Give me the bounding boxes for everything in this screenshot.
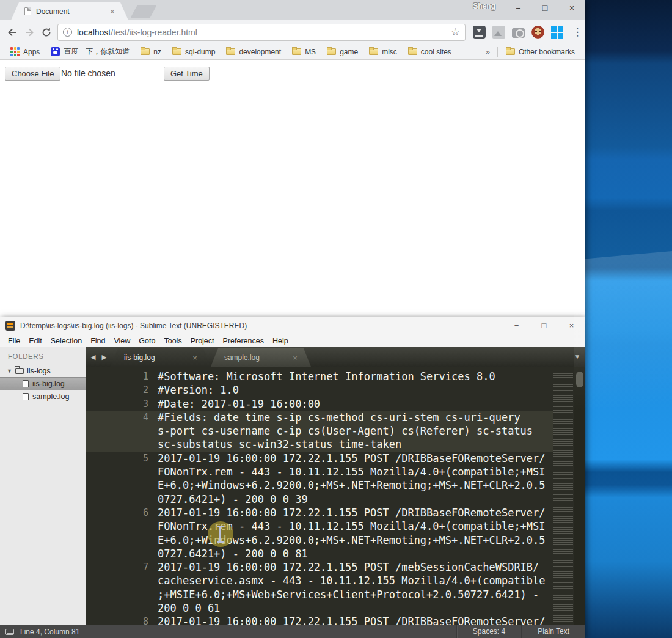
folder-icon: [172, 48, 181, 55]
bookmark-folder[interactable]: cool sites: [403, 48, 457, 56]
code-text: #Version: 1.0: [158, 383, 239, 397]
site-info-icon[interactable]: i: [63, 28, 72, 37]
bookmark-apps[interactable]: Apps: [5, 47, 45, 56]
maximize-button[interactable]: □: [531, 0, 558, 17]
menu-item[interactable]: Project: [186, 337, 219, 345]
line-number: 1: [86, 370, 148, 383]
page-icon: [24, 7, 31, 15]
open-folder-icon: [15, 368, 24, 374]
windows-extension-icon[interactable]: [551, 26, 564, 38]
sidebar-file-list: iis-big.log sample.log: [0, 377, 86, 403]
back-icon[interactable]: [4, 24, 21, 41]
tab-close-icon[interactable]: ×: [110, 7, 115, 16]
menu-item[interactable]: Preferences: [219, 337, 268, 345]
refresh-icon[interactable]: [38, 24, 55, 41]
minimize-button[interactable]: −: [505, 0, 531, 17]
menu-item[interactable]: Tools: [159, 337, 186, 345]
editor-row: FONonTrx.rem - 443 - 10.11.12.155 Mozill…: [86, 519, 553, 533]
line-number: [86, 493, 148, 506]
close-button[interactable]: ×: [558, 0, 585, 17]
menu-item[interactable]: Help: [268, 337, 293, 345]
editor-area[interactable]: 1 #Software: Microsoft Internet Informat…: [86, 367, 585, 625]
code-text: 2017-01-19 16:00:00 172.22.1.155 POST /m…: [158, 560, 539, 574]
chrome-menu-icon[interactable]: ⋮: [570, 26, 585, 38]
line-number: [86, 534, 148, 547]
bookmark-folder[interactable]: development: [221, 48, 287, 56]
bookmark-folder-list: nz sql-dump development MS: [135, 48, 457, 56]
sublime-tabbar: ◀ ▶ iis-big.log sample.log: [86, 347, 585, 367]
editor-tab[interactable]: iis-big.log: [111, 348, 211, 367]
menu-item[interactable]: Selection: [46, 337, 86, 345]
download-extension-icon[interactable]: [473, 26, 486, 38]
url-bar[interactable]: i localhost/test/iis-log-reader.html ☆: [57, 24, 466, 41]
editor-row: 0727.6421+) - 200 0 0 81: [86, 547, 553, 560]
browser-tab-document[interactable]: Document ×: [11, 2, 128, 20]
minimize-button[interactable]: −: [503, 317, 530, 334]
bookmarks-overflow-icon[interactable]: »: [481, 47, 495, 56]
url-text[interactable]: localhost/test/iis-log-reader.html: [77, 28, 447, 37]
menu-item[interactable]: Edit: [24, 337, 46, 345]
editor-tab[interactable]: sample.log: [211, 348, 311, 367]
line-number: [86, 601, 148, 615]
tab-scroll-right-icon[interactable]: ▶: [101, 353, 106, 361]
editor-row: s-port cs-username c-ip cs(User-Agent) c…: [86, 424, 553, 438]
bookmark-folder[interactable]: misc: [363, 48, 403, 56]
line-number: 2: [86, 383, 148, 397]
sidebar-file-item[interactable]: sample.log: [0, 390, 86, 403]
menu-item[interactable]: File: [4, 337, 24, 345]
indent-setting[interactable]: Spaces: 4: [456, 625, 521, 638]
line-number: [86, 519, 148, 533]
scrollbar-thumb[interactable]: [576, 372, 583, 387]
editor-row: 6 2017-01-19 16:00:00 172.22.1.155 POST …: [86, 506, 553, 519]
line-number: [86, 547, 148, 560]
forward-icon[interactable]: [21, 24, 38, 41]
menu-item[interactable]: View: [109, 337, 134, 345]
code-text: FONonTrx.rem - 443 - 10.11.12.155 Mozill…: [158, 465, 546, 479]
camera-extension-icon[interactable]: [512, 28, 525, 38]
folder-icon: [327, 48, 336, 55]
line-number: 4: [86, 411, 148, 424]
line-number: 6: [86, 506, 148, 519]
minimap[interactable]: [553, 370, 573, 622]
new-tab-button[interactable]: [130, 5, 157, 18]
bookmark-star-icon[interactable]: ☆: [451, 26, 460, 38]
profile-name[interactable]: Sheng: [473, 2, 495, 10]
close-button[interactable]: ×: [558, 317, 585, 334]
url-host: localhost: [77, 28, 111, 37]
get-time-button[interactable]: Get Time: [164, 67, 210, 81]
chrome-tabstrip: Document × Sheng − □ ×: [0, 0, 585, 20]
line-number: 3: [86, 397, 148, 411]
image-extension-icon[interactable]: [492, 26, 505, 38]
bookmark-baidu[interactable]: 百度一下，你就知道: [45, 46, 135, 57]
line-number: 8: [86, 615, 148, 625]
tab-close-icon[interactable]: [192, 353, 197, 362]
syntax-setting[interactable]: Plain Text: [521, 625, 585, 638]
cursor-position: Line 4, Column 81: [20, 628, 79, 636]
monkey-extension-icon[interactable]: [531, 26, 544, 38]
scrollbar-track[interactable]: [574, 367, 585, 625]
sublime-statusbar: Line 4, Column 81 Spaces: 4 Plain Text: [0, 625, 585, 638]
menu-item[interactable]: Find: [86, 337, 109, 345]
bookmark-folder[interactable]: nz: [135, 48, 167, 56]
tab-close-icon[interactable]: [293, 353, 298, 362]
maximize-button[interactable]: □: [530, 317, 558, 334]
expand-triangle-icon[interactable]: ▼: [7, 368, 12, 374]
bookmark-folder[interactable]: game: [321, 48, 363, 56]
code-text: ;+MSIE+6.0;+MS+Web+Services+Client+Proto…: [158, 588, 539, 601]
sidebar-folder-iis-logs[interactable]: ▼ iis-logs: [0, 364, 86, 377]
folder-icon: [408, 48, 417, 55]
line-number: [86, 424, 148, 438]
other-bookmarks[interactable]: Other bookmarks: [500, 48, 580, 56]
menu-item[interactable]: Goto: [134, 337, 159, 345]
choose-file-button[interactable]: Choose File: [5, 67, 60, 81]
tab-dropdown-icon[interactable]: ▼: [574, 353, 580, 360]
status-panel-icon[interactable]: [5, 629, 14, 635]
file-icon: [23, 380, 29, 387]
file-icon: [23, 393, 29, 400]
sublime-app-icon: [5, 321, 15, 331]
bookmark-folder[interactable]: MS: [287, 48, 321, 56]
sidebar-file-item[interactable]: iis-big.log: [0, 377, 86, 390]
code-text: 2017-01-19 16:00:00 172.22.1.155 POST /D…: [158, 615, 546, 625]
tab-scroll-left-icon[interactable]: ◀: [90, 353, 95, 361]
bookmark-folder[interactable]: sql-dump: [167, 48, 221, 56]
